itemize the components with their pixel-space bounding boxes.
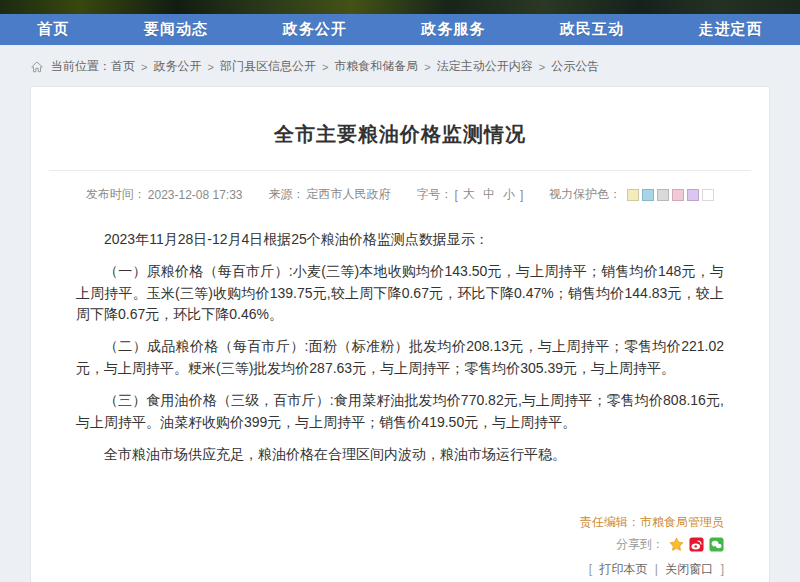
top-banner-image [0,0,800,14]
close-window-button[interactable]: 关闭窗口 [665,562,713,576]
breadcrumb-separator: > [141,61,147,73]
publish-time-group: 发布时间： 2023-12-08 17:33 [86,186,243,203]
eye-color-white-swatch[interactable] [702,189,714,201]
print-bracket-open: [ [589,562,592,576]
print-bracket-close: ] [721,562,724,576]
home-icon [30,60,44,74]
fontsize-large-button[interactable]: 大 [463,186,475,203]
fontsize-group: 字号： [ 大 中 小 ] [417,186,524,203]
breadcrumb-separator: > [322,61,328,73]
print-close-separator: | [655,562,658,576]
eye-protect-group: 视力保护色： [549,186,714,203]
breadcrumb-item-dept-info[interactable]: 部门县区信息公开 [220,58,316,75]
wechat-icon[interactable] [709,537,724,552]
nav-item-gov-open[interactable]: 政务公开 [273,16,357,43]
fontsize-bracket-open: [ [455,188,458,202]
print-close-line: [ 打印本页 | 关闭窗口 ] [76,557,724,581]
eye-color-gray-swatch[interactable] [657,189,669,201]
breadcrumb-item-grain-bureau[interactable]: 市粮食和储备局 [334,58,418,75]
share-line: 分享到： [76,533,724,555]
breadcrumb-item-gov-open[interactable]: 政务公开 [153,58,201,75]
breadcrumb-separator: > [207,61,213,73]
nav-item-home[interactable]: 首页 [27,16,79,43]
editor-name: 市粮食局管理员 [640,515,724,529]
eye-color-purple-swatch[interactable] [687,189,699,201]
page-title: 全市主要粮油价格监测情况 [31,87,769,148]
nav-item-news[interactable]: 要闻动态 [134,16,218,43]
publish-time-value: 2023-12-08 17:33 [148,188,243,202]
article-meta: 发布时间： 2023-12-08 17:33 来源： 定西市人民政府 字号： [… [31,186,769,203]
article-paragraph-summary: 全市粮油市场供应充足，粮油价格在合理区间内波动，粮油市场运行平稳。 [76,444,724,466]
content-card: 全市主要粮油价格监测情况 发布时间： 2023-12-08 17:33 来源： … [30,86,770,582]
article-paragraph-edible-oil: （三）食用油价格（三级，百市斤）:食用菜籽油批发均价770.82元,与上周持平；… [76,390,724,434]
article-footer: 责任编辑：市粮食局管理员 分享到： [ 打印本页 | 关闭窗口 ] [31,511,769,581]
source-group: 来源： 定西市人民政府 [269,186,391,203]
source-label: 来源： [269,186,305,203]
publish-time-label: 发布时间： [86,186,146,203]
breadcrumb-separator: > [539,61,545,73]
eye-color-yellow-swatch[interactable] [627,189,639,201]
editor-label: 责任编辑： [580,515,640,529]
fontsize-small-button[interactable]: 小 [503,186,515,203]
breadcrumb-separator: > [424,61,430,73]
breadcrumb-item-announcements[interactable]: 公示公告 [551,58,599,75]
source-value: 定西市人民政府 [307,186,391,203]
eye-color-blue-swatch[interactable] [642,189,654,201]
weibo-icon[interactable] [689,537,704,552]
breadcrumb-label: 当前位置： [51,58,111,75]
article-body: 2023年11月28日-12月4日根据25个粮油价格监测点数据显示： （一）原粮… [31,229,769,465]
breadcrumb: 当前位置： 首页 > 政务公开 > 部门县区信息公开 > 市粮食和储备局 > 法… [0,45,800,86]
fontsize-medium-button[interactable]: 中 [483,186,495,203]
breadcrumb-item-statutory-content[interactable]: 法定主动公开内容 [437,58,533,75]
title-divider [49,170,751,171]
eye-protect-label: 视力保护色： [549,186,621,203]
editor-line: 责任编辑：市粮食局管理员 [76,511,724,533]
print-page-button[interactable]: 打印本页 [600,562,648,576]
nav-item-gov-service[interactable]: 政务服务 [411,16,495,43]
fontsize-bracket-close: ] [520,188,523,202]
breadcrumb-item-home[interactable]: 首页 [111,58,135,75]
nav-item-about-dingxi[interactable]: 走进定西 [689,16,773,43]
share-label: 分享到： [616,533,664,555]
main-nav: 首页 要闻动态 政务公开 政务服务 政民互动 走进定西 [0,14,800,45]
nav-item-interaction[interactable]: 政民互动 [550,16,634,43]
eye-color-pink-swatch[interactable] [672,189,684,201]
fontsize-label: 字号： [417,186,453,203]
qzone-star-icon[interactable] [669,537,684,552]
article-paragraph-raw-grain: （一）原粮价格（每百市斤）:小麦(三等)本地收购均价143.50元，与上周持平；… [76,261,724,326]
eye-protect-swatches [627,189,714,201]
article-paragraph-finished-grain: （二）成品粮价格（每百市斤）:面粉（标准粉）批发均价208.13元，与上周持平；… [76,336,724,380]
article-paragraph-intro: 2023年11月28日-12月4日根据25个粮油价格监测点数据显示： [76,229,724,251]
